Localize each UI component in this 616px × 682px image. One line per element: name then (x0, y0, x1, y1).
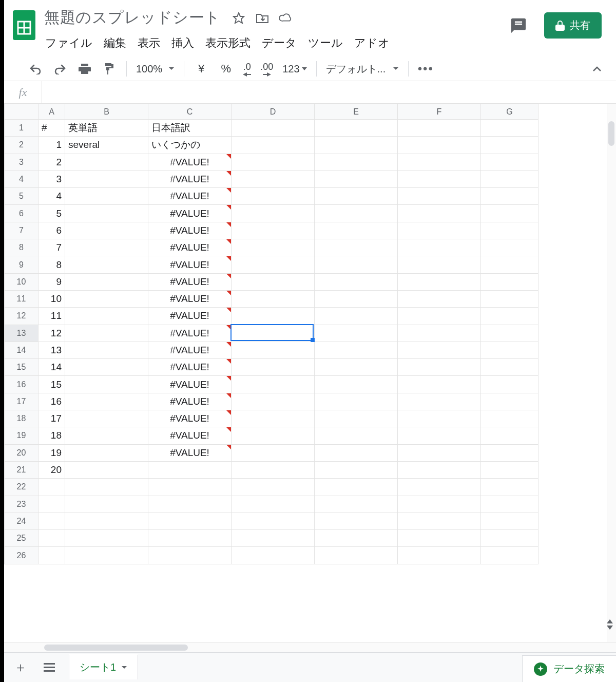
cell[interactable] (398, 222, 481, 239)
menu-edit[interactable]: 編集 (104, 35, 126, 51)
cell[interactable]: 8 (38, 256, 65, 273)
cell[interactable] (481, 188, 538, 205)
cell[interactable] (65, 273, 148, 290)
cell[interactable]: #VALUE! (148, 188, 232, 205)
cell[interactable] (481, 513, 538, 529)
cell[interactable]: several (65, 137, 148, 154)
cell[interactable]: 3 (38, 170, 65, 187)
format-currency-button[interactable]: ¥ (194, 61, 209, 77)
cell[interactable] (398, 273, 481, 290)
cell[interactable]: #VALUE! (148, 444, 232, 461)
cell[interactable] (398, 120, 481, 137)
undo-button[interactable] (28, 61, 43, 77)
horizontal-scroll-thumb[interactable] (44, 645, 188, 651)
cell[interactable] (398, 188, 481, 205)
row-header[interactable]: 8 (5, 239, 38, 256)
cell[interactable] (232, 273, 315, 290)
cell[interactable] (65, 513, 148, 529)
cell[interactable]: 2 (38, 154, 65, 170)
row-header[interactable]: 10 (5, 273, 38, 290)
cell[interactable] (232, 359, 315, 376)
cell[interactable] (481, 120, 538, 137)
cell[interactable] (148, 530, 232, 547)
cell[interactable] (232, 137, 315, 154)
cell[interactable]: #VALUE! (148, 308, 232, 325)
row-header[interactable]: 18 (5, 410, 38, 427)
share-button[interactable]: 共有 (544, 12, 602, 39)
cell[interactable] (148, 547, 232, 564)
vertical-scrollbar[interactable] (607, 104, 616, 642)
column-header-A[interactable]: A (38, 104, 65, 120)
cell[interactable]: #VALUE! (148, 205, 232, 222)
menu-format[interactable]: 表示形式 (205, 35, 251, 51)
row-header[interactable]: 6 (5, 205, 38, 222)
cell[interactable]: 9 (38, 273, 65, 290)
menu-file[interactable]: ファイル (45, 35, 92, 51)
number-format-dropdown[interactable]: 123 (282, 61, 306, 77)
column-header-B[interactable]: B (65, 104, 148, 120)
cell[interactable] (65, 256, 148, 273)
cell[interactable] (315, 137, 398, 154)
zoom-dropdown[interactable]: 100% (136, 63, 175, 75)
row-header[interactable]: 19 (5, 427, 38, 444)
cell[interactable] (65, 188, 148, 205)
cell[interactable] (232, 222, 315, 239)
cell[interactable]: #VALUE! (148, 325, 232, 342)
row-header[interactable]: 25 (5, 530, 38, 547)
font-dropdown[interactable]: デフォルト... (326, 62, 399, 76)
cell[interactable] (65, 154, 148, 170)
cell[interactable] (481, 393, 538, 410)
cell[interactable]: #VALUE! (148, 239, 232, 256)
cell[interactable] (315, 120, 398, 137)
cell[interactable]: 13 (38, 342, 65, 358)
cell[interactable] (315, 256, 398, 273)
cell[interactable]: #VALUE! (148, 290, 232, 307)
cell[interactable] (481, 427, 538, 444)
row-header[interactable]: 12 (5, 308, 38, 325)
horizontal-scrollbar[interactable] (4, 642, 616, 652)
cell[interactable] (232, 513, 315, 529)
cell[interactable] (65, 359, 148, 376)
row-header[interactable]: 4 (5, 170, 38, 187)
cell[interactable]: #VALUE! (148, 393, 232, 410)
cell[interactable] (232, 342, 315, 358)
cell[interactable] (65, 170, 148, 187)
cell[interactable] (398, 239, 481, 256)
row-header[interactable]: 26 (5, 547, 38, 564)
redo-button[interactable] (52, 61, 68, 77)
cell[interactable] (481, 359, 538, 376)
cell[interactable]: #VALUE! (148, 170, 232, 187)
cell[interactable] (398, 325, 481, 342)
row-header[interactable]: 13 (5, 325, 38, 342)
row-header[interactable]: 21 (5, 461, 38, 478)
cell[interactable] (65, 205, 148, 222)
cell[interactable] (315, 427, 398, 444)
explore-button[interactable]: データ探索 (522, 655, 616, 682)
cell[interactable] (481, 222, 538, 239)
cell[interactable] (232, 256, 315, 273)
cell[interactable] (65, 393, 148, 410)
cell[interactable] (232, 170, 315, 187)
column-header-E[interactable]: E (315, 104, 398, 120)
increase-decimal-button[interactable]: .00 (260, 61, 273, 77)
cell[interactable] (315, 170, 398, 187)
cell[interactable]: #VALUE! (148, 222, 232, 239)
column-header-F[interactable]: F (398, 104, 481, 120)
doc-title[interactable]: 無題のスプレッドシート (44, 7, 221, 28)
decrease-decimal-button[interactable]: .0 (243, 61, 251, 77)
cell[interactable] (232, 188, 315, 205)
cell[interactable]: #VALUE! (148, 427, 232, 444)
cell[interactable] (38, 479, 65, 496)
cell[interactable] (232, 239, 315, 256)
cell[interactable]: 20 (38, 461, 65, 478)
cell[interactable] (65, 290, 148, 307)
cell[interactable] (315, 547, 398, 564)
cell[interactable] (315, 444, 398, 461)
cell[interactable] (315, 513, 398, 529)
row-header[interactable]: 9 (5, 256, 38, 273)
column-header-D[interactable]: D (232, 104, 315, 120)
cell[interactable] (65, 461, 148, 478)
cell[interactable] (481, 547, 538, 564)
cell[interactable] (398, 256, 481, 273)
cell[interactable] (315, 273, 398, 290)
